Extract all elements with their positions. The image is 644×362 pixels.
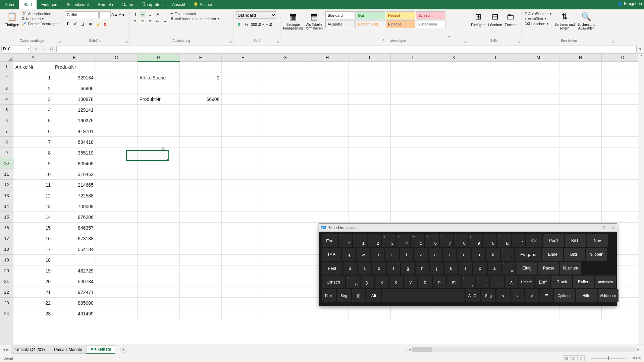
cell-J10[interactable]	[391, 158, 433, 169]
delete-cells-button[interactable]: ⊟Löschen	[488, 11, 502, 27]
cell-C18[interactable]	[96, 244, 138, 255]
font-size-select[interactable]	[99, 11, 111, 18]
cell-E14[interactable]	[180, 201, 222, 212]
increase-decimal-button[interactable]: .0→	[258, 21, 264, 27]
row-header-7[interactable]: 7	[0, 126, 13, 137]
row-header-13[interactable]: 13	[0, 190, 13, 201]
cell-G4[interactable]	[264, 94, 306, 105]
cell-G15[interactable]	[264, 212, 306, 223]
cell-C20[interactable]	[96, 265, 138, 276]
cell-J3[interactable]	[391, 83, 433, 94]
cell-B2[interactable]: 329134	[53, 72, 96, 83]
cell-G12[interactable]	[264, 180, 306, 190]
cell-N3[interactable]	[559, 83, 602, 94]
cell-C7[interactable]	[96, 126, 138, 137]
cell-I4[interactable]	[348, 94, 391, 105]
cell-C6[interactable]	[96, 115, 138, 126]
cell-J6[interactable]	[391, 115, 433, 126]
osk-key-strg[interactable]: Strg	[481, 289, 495, 302]
cell-H3[interactable]	[306, 83, 348, 94]
cell-H6[interactable]	[306, 115, 348, 126]
column-header-E[interactable]: E	[180, 54, 222, 62]
osk-key-[interactable]: ä	[488, 262, 501, 275]
osk-key-pause[interactable]: Pause	[538, 262, 559, 275]
cell-F20[interactable]	[222, 265, 264, 276]
cell-E7[interactable]	[180, 126, 222, 137]
osk-key-5[interactable]: %5	[411, 234, 424, 247]
osk-key-entf[interactable]: Entf	[535, 276, 550, 288]
cell-N9[interactable]	[559, 147, 602, 158]
cell-F6[interactable]	[222, 115, 264, 126]
cell-A7[interactable]: 6	[13, 126, 53, 137]
cell-A21[interactable]: 20	[13, 276, 53, 287]
cell-I2[interactable]	[348, 72, 391, 83]
cell-M9[interactable]	[517, 147, 559, 158]
cell-C3[interactable]	[96, 83, 138, 94]
ribbon-tab-einfügen[interactable]: Einfügen	[37, 0, 62, 9]
row-header-10[interactable]: 10	[0, 158, 13, 169]
osk-key-t[interactable]: t	[400, 248, 413, 261]
osk-key-pos1[interactable]: Pos1	[543, 234, 564, 247]
row-header-6[interactable]: 6	[0, 115, 13, 126]
row-header-22[interactable]: 22	[0, 287, 13, 298]
row-header-19[interactable]: 19	[0, 255, 13, 265]
number-format-select[interactable]: Standard	[236, 11, 276, 19]
increase-font-button[interactable]: A▲	[111, 12, 118, 17]
cell-G7[interactable]	[264, 126, 306, 137]
cell-E12[interactable]	[180, 180, 222, 190]
tell-me-search[interactable]: 💡 Suchen	[193, 2, 213, 7]
cell-A8[interactable]: 7	[13, 137, 53, 147]
orientation-button[interactable]: ↗	[154, 11, 160, 17]
cell-K12[interactable]	[433, 180, 475, 190]
cell-D8[interactable]	[138, 137, 180, 147]
cell-H10[interactable]	[306, 158, 348, 169]
cell-J1[interactable]	[391, 62, 433, 72]
cell-G10[interactable]	[264, 158, 306, 169]
cell-I13[interactable]	[348, 190, 391, 201]
cell-E4[interactable]: 66906	[180, 94, 222, 105]
select-all-button[interactable]	[0, 54, 13, 62]
cell-L3[interactable]	[475, 83, 518, 94]
cell-G8[interactable]	[264, 137, 306, 147]
cell-style-schlecht[interactable]: Schlecht	[416, 11, 445, 19]
cell-M13[interactable]	[517, 190, 559, 201]
cell-F4[interactable]	[222, 94, 264, 105]
cell-L9[interactable]	[475, 147, 518, 158]
osk-key-[interactable]: ⊞	[352, 289, 365, 302]
osk-key-[interactable]: ö	[473, 262, 487, 275]
osk-key-strg[interactable]: Strg	[337, 289, 351, 302]
cell-J15[interactable]	[391, 212, 433, 223]
ribbon-tab-datei[interactable]: Datei	[0, 0, 19, 9]
bold-button[interactable]: F	[65, 21, 71, 27]
osk-key-4[interactable]: $4	[396, 234, 410, 247]
cell-style-berechnung[interactable]: Berechnung	[356, 20, 385, 28]
sort-filter-button[interactable]: ⇅Sortieren und Filtern	[554, 11, 575, 30]
ribbon-tab-seitenlayout[interactable]: Seitenlayout	[62, 0, 94, 9]
cell-F24[interactable]	[222, 308, 264, 319]
fill-button[interactable]: ↓Ausfüllen ▾	[525, 16, 552, 21]
cell-G21[interactable]	[264, 276, 306, 287]
cell-G16[interactable]	[264, 223, 306, 233]
osk-key-[interactable]: >	[525, 289, 539, 302]
cell-K6[interactable]	[433, 115, 475, 126]
osk-key-bild[interactable]: Bild↑	[565, 234, 586, 247]
osk-key-[interactable]: '#	[502, 262, 516, 275]
cell-A22[interactable]: 21	[13, 287, 53, 298]
cell-A24[interactable]: 23	[13, 308, 53, 319]
cell-E21[interactable]	[180, 276, 222, 287]
cell-M11[interactable]	[517, 169, 559, 180]
cell-I14[interactable]	[348, 201, 391, 212]
insert-cells-button[interactable]: ⊞Einfügen	[471, 11, 485, 27]
horizontal-scrollbar[interactable]: ◀▶	[407, 347, 641, 352]
cell-C16[interactable]	[96, 223, 138, 233]
osk-key-8[interactable]: (8	[454, 234, 468, 247]
normal-view-button[interactable]: ▦	[563, 355, 571, 361]
cell-B24[interactable]: 491499	[53, 308, 96, 319]
copy-button[interactable]: ⧉Kopieren ▾	[22, 16, 58, 21]
align-center-button[interactable]: ≡	[140, 18, 146, 24]
cell-A1[interactable]: ArtikelNr	[13, 62, 53, 72]
cell-H15[interactable]	[306, 212, 348, 223]
osk-key-abblenden[interactable]: Abblenden	[598, 289, 619, 302]
cell-N15[interactable]	[559, 212, 602, 223]
osk-key-q[interactable]: q	[342, 248, 356, 261]
